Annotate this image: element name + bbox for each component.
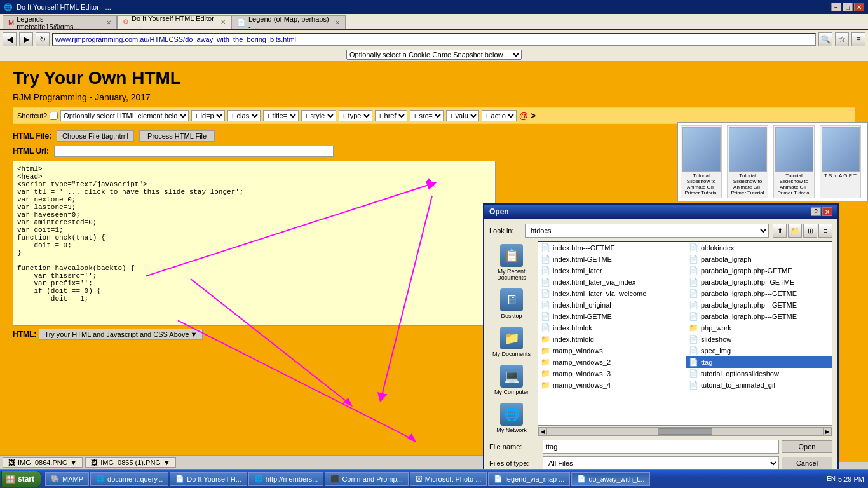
taskbar-item-legend[interactable]: 📄 legend_via_map ... [488,472,570,486]
taskbar-item-http[interactable]: 🌐 http://members... [248,472,324,486]
href-select[interactable]: + href [375,110,407,121]
sidebar-documents[interactable]: 📁 My Documents [489,324,534,360]
up-folder-button[interactable]: ⬆ [773,224,787,238]
taskbar-item-document[interactable]: 🌐 document.query... [90,472,168,486]
scroll-right-button[interactable]: ▶ [823,427,832,436]
close-button[interactable]: ✕ [854,3,864,11]
file-item[interactable]: 📄 tutorial_to_animated_gif [686,379,832,391]
filename-input[interactable] [543,440,779,454]
maximize-button[interactable]: □ [843,3,853,11]
address-bar[interactable] [52,33,816,46]
file-item[interactable]: 📁 index.htmlold [538,334,684,345]
tab-legend[interactable]: 📄 Legend (of Map, perhaps) - ... ✕ [231,15,346,29]
thumb-1[interactable]: Tutorial Slideshow to Animate GIF Primer… [681,125,722,198]
html-select-button[interactable]: Try your HTML and Javascript and CSS Abo… [39,329,203,340]
file-item[interactable]: 📄 parabola_lgraph.php-GETME [686,265,832,276]
thumb-3[interactable]: Tutorial Slideshow to Animate GIF Primer… [773,125,815,198]
file-item[interactable]: 📁 mamp_windows_2 [538,356,684,368]
file-item[interactable]: 📄 index.htmlok [538,322,684,334]
dialog-close-button[interactable]: ✕ [822,207,832,216]
filetype-select[interactable]: All Files [543,456,779,470]
style-select[interactable]: + style [301,110,336,121]
file-item[interactable]: 📄 parabola_lgraph.php---GETME [686,288,832,299]
file-item[interactable]: 📄 slideshow [686,334,832,345]
minimize-button[interactable]: − [831,3,841,11]
element-select[interactable]: Optionally select HTML element belo [60,110,189,121]
taskbar-item-diy[interactable]: 📄 Do It Yourself H... [170,472,247,486]
file-item[interactable]: 📁 mamp_windows_3 [538,368,684,379]
sidebar-computer[interactable]: 💻 My Computer [489,362,534,398]
code-area[interactable]: <html> <head> <script type="text/javascr… [13,161,496,326]
tab-close-legend[interactable]: ✕ [335,19,340,26]
taskbar-item-photo[interactable]: 🖼 Microsoft Photo ... [410,472,487,486]
img-preview-1[interactable]: 🖼 IMG_0864.PNG ▼ [3,458,83,468]
cookie-select[interactable]: Optionally select a Cookie Game Snapshot… [346,50,522,60]
file-item[interactable]: 📄 spec_img [686,345,832,356]
url-input[interactable] [54,146,334,157]
sidebar-desktop[interactable]: 🖥 Desktop [489,286,534,322]
img-preview-2[interactable]: 🖼 IMG_0865 (1).PNG ▼ [85,458,176,468]
scroll-left-button[interactable]: ◀ [538,427,547,436]
reload-button[interactable]: ↻ [36,32,50,46]
file-item-ttag[interactable]: 📄 ttag [686,356,832,368]
action-select[interactable]: + actio [482,110,517,121]
menu-button[interactable]: ≡ [851,32,865,46]
file-name: mamp_windows [553,347,603,355]
search-button[interactable]: 🔍 [818,32,832,46]
shortcut-checkbox[interactable] [50,112,58,120]
title-select[interactable]: + title= [263,110,299,121]
file-item[interactable]: 📄 tutorial_optionsslideshow [686,368,832,379]
open-button[interactable]: Open [782,440,832,453]
choose-file-button[interactable]: Choose File ttag.html [57,130,134,142]
scroll-thumb[interactable] [658,428,713,435]
sidebar-recent[interactable]: 📋 My Recent Documents [489,241,534,283]
details-button[interactable]: ≡ [818,224,832,238]
tab-close-gmail[interactable]: ✕ [106,19,111,26]
taskbar-item-cmd[interactable]: ⬛ Command Promp... [325,472,408,486]
taskbar-item-mamp[interactable]: 🐘 MAMP [45,472,89,486]
star-button[interactable]: ☆ [835,32,849,46]
id-select[interactable]: + id=p [191,110,225,121]
file-item[interactable]: 📄 index.html_later_via_welcome [538,288,684,299]
file-item[interactable]: 📄 parabola_lgraph [686,254,832,265]
tab-html-editor[interactable]: ⚙ Do It Yourself HTML Editor - ... ✕ [117,15,231,29]
file-item[interactable]: 📄 index.html_original [538,299,684,311]
file-item[interactable]: 📁 mamp_windows_4 [538,379,684,391]
file-item[interactable]: 📄 index.html-GETME [538,311,684,322]
file-item[interactable]: 📄 index.html_later_via_index [538,276,684,288]
taskbar-item-doaway[interactable]: 📄 do_away_with_t... [571,472,650,486]
file-item[interactable]: 📁 php_work [686,322,832,334]
value-select[interactable]: + valu [446,110,479,121]
tab-gmail[interactable]: M Legends - rmetcalfe15@gms... ✕ [3,15,117,29]
type-select[interactable]: + type [339,110,372,121]
img-dropdown-2[interactable]: ▼ [163,459,170,466]
file-item[interactable]: 📄 oldokindex [686,242,832,254]
sidebar-network[interactable]: 🌐 My Network [489,400,534,436]
file-item[interactable]: 📁 mamp_windows [538,345,684,356]
dialog-help-button[interactable]: ? [811,207,821,216]
file-name: mamp_windows_3 [553,370,611,377]
file-col-right: 📄 oldokindex 📄 parabola_lgraph 📄 parabol… [686,242,832,425]
file-item[interactable]: 📄 parabola_lgraph.php---GETME [686,299,832,311]
thumb-2[interactable]: Tutorial Slideshow to Animate GIF Primer… [727,125,768,198]
new-folder-button[interactable]: 📁 [788,224,802,238]
file-item[interactable]: 📄 index.htm---GETME [538,242,684,254]
horizontal-scrollbar[interactable]: ◀ ▶ [538,427,832,436]
back-button[interactable]: ◀ [3,32,17,46]
cancel-button[interactable]: Cancel [782,457,832,470]
start-button[interactable]: 🪟 start [1,471,41,487]
file-name: index.html_later_via_welcome [553,290,646,297]
thumb-4[interactable]: T S to A G P T [820,125,861,198]
img-dropdown-1[interactable]: ▼ [70,459,77,466]
src-select[interactable]: + src= [410,110,444,121]
process-button[interactable]: Process HTML File [139,130,215,142]
file-item[interactable]: 📄 index.html_later [538,265,684,276]
tab-close-html[interactable]: ✕ [220,18,226,25]
forward-button[interactable]: ▶ [19,32,33,46]
lookin-select[interactable]: htdocs [525,224,769,238]
class-select[interactable]: + clas [227,110,261,121]
file-item[interactable]: 📄 index.html-GETME [538,254,684,265]
file-item[interactable]: 📄 parabola_lgraph.php---GETME [686,311,832,322]
file-item[interactable]: 📄 parabola_lgraph.php--GETME [686,276,832,288]
view-toggle-button[interactable]: ⊞ [803,224,817,238]
